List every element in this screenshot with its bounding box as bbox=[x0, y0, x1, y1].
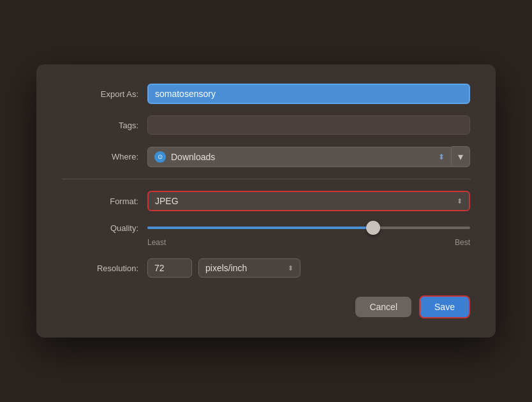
downloads-icon: ⊙ bbox=[154, 151, 166, 163]
where-value: Downloads bbox=[171, 152, 215, 162]
chevron-down-icon: ▾ bbox=[458, 151, 463, 163]
save-button[interactable]: Save bbox=[419, 295, 470, 318]
export-as-input[interactable] bbox=[147, 84, 470, 104]
format-label: Format: bbox=[62, 197, 138, 206]
resolution-input[interactable] bbox=[147, 258, 192, 278]
tags-row: Tags: bbox=[62, 115, 470, 135]
format-chevron-icon: ⬍ bbox=[457, 197, 462, 205]
tags-label: Tags: bbox=[62, 121, 138, 130]
export-as-row: Export As: bbox=[62, 84, 470, 104]
unit-chevron-icon: ⬍ bbox=[288, 264, 293, 272]
quality-labels-row: Least Best bbox=[62, 238, 470, 247]
where-row: Where: ⊙ Downloads ⬍ ▾ bbox=[62, 146, 470, 167]
quality-slider-thumb[interactable] bbox=[366, 221, 380, 235]
quality-least-label: Least bbox=[147, 238, 166, 247]
format-select[interactable]: JPEG ⬍ bbox=[147, 191, 470, 211]
quality-slider-container bbox=[147, 221, 470, 234]
footer-row: Cancel Save bbox=[62, 295, 470, 318]
quality-slider-track bbox=[147, 227, 470, 229]
where-label: Where: bbox=[62, 152, 138, 161]
section-divider bbox=[62, 179, 470, 179]
export-as-label: Export As: bbox=[62, 89, 138, 99]
export-dialog: Export As: Tags: Where: ⊙ Downloads ⬍ ▾ … bbox=[36, 64, 496, 338]
where-select[interactable]: ⊙ Downloads ⬍ bbox=[147, 147, 452, 167]
resolution-row: Resolution: pixels/inch ⬍ bbox=[62, 258, 470, 278]
tags-input[interactable] bbox=[147, 115, 470, 135]
unit-value: pixels/inch bbox=[205, 263, 247, 273]
quality-label: Quality: bbox=[62, 223, 138, 233]
quality-row: Quality: bbox=[62, 221, 470, 234]
chevron-updown-icon: ⬍ bbox=[438, 153, 445, 161]
cancel-button[interactable]: Cancel bbox=[355, 297, 411, 317]
format-row: Format: JPEG ⬍ bbox=[62, 191, 470, 211]
unit-select[interactable]: pixels/inch ⬍ bbox=[198, 258, 300, 278]
format-value: JPEG bbox=[155, 196, 179, 206]
where-expand-button[interactable]: ▾ bbox=[452, 146, 470, 167]
quality-best-label: Best bbox=[455, 238, 470, 247]
resolution-label: Resolution: bbox=[62, 264, 138, 273]
